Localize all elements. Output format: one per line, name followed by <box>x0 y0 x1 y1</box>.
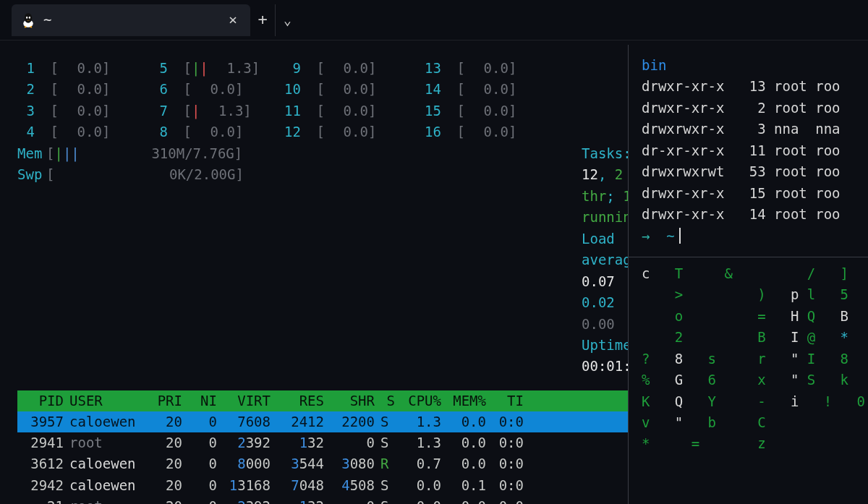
cpu-meter: 5 [||1.3] <box>150 58 281 79</box>
ls-line: drwxrwxr-x 3 nna nna <box>642 119 868 140</box>
table-row[interactable]: 2942caloewen2001316870484508S0.00.10:0 <box>17 475 628 496</box>
shell-prompt[interactable]: → ~ <box>642 226 868 247</box>
workspace: 1 [0.0]5 [||1.3]9 [0.0]13 [0.0]2 [0.0]6 … <box>0 40 868 504</box>
ls-line: drwxr-xr-x 14 root roo <box>642 204 868 225</box>
cpu-meter: 15 [0.0] <box>424 101 561 121</box>
ls-header: bin <box>642 55 868 76</box>
cpu-meter: 14 [0.0] <box>424 79 561 100</box>
matrix-pane: c T & / ] > ) p l 5 o = H Q B J 2 B I @ … <box>642 263 868 455</box>
terminal-tab[interactable]: ~ × <box>12 4 250 36</box>
cpu-meter: 13 [0.0] <box>424 58 561 79</box>
mem-bars: ||| <box>54 145 79 161</box>
right-pane[interactable]: bin drwxr-xr-x 13 root roodrwxr-xr-x 2 r… <box>629 40 868 504</box>
table-row[interactable]: 3612caloewen200800035443080R0.70.00:0 <box>17 453 628 474</box>
uptime-label: Uptime: <box>582 337 628 353</box>
column-header[interactable]: RES <box>272 390 326 411</box>
cpu-meter: 12 [0.0] <box>284 121 421 142</box>
ls-output: drwxr-xr-x 13 root roodrwxr-xr-x 2 root … <box>642 76 868 225</box>
loadavg-label: Load average: <box>582 231 628 268</box>
cpu-meter: 9 [0.0] <box>284 58 421 79</box>
column-header[interactable]: MEM% <box>443 390 488 411</box>
mem-value: 310M/7.76G <box>80 143 234 164</box>
column-header[interactable]: SHR <box>326 390 376 411</box>
cpu-meter: 4 [0.0] <box>17 121 148 142</box>
ls-line: drwxr-xr-x 13 root roo <box>642 76 868 97</box>
ls-line: dr-xr-xr-x 11 root roo <box>642 140 868 161</box>
svg-point-2 <box>26 16 27 18</box>
column-header[interactable]: TI <box>488 390 525 411</box>
tab-title: ~ <box>43 9 51 30</box>
swap-label: Swp <box>17 164 46 185</box>
column-header[interactable]: S <box>376 390 396 411</box>
cpu-meter: 16 [0.0] <box>424 121 561 142</box>
column-header[interactable]: PID <box>17 390 65 411</box>
ls-line: drwxr-xr-x 15 root roo <box>642 183 868 204</box>
svg-point-3 <box>29 16 30 18</box>
cursor <box>679 228 681 244</box>
ls-line: drwxr-xr-x 2 root roo <box>642 98 868 119</box>
process-table[interactable]: PIDUSERPRINIVIRTRESSHRSCPU%MEM%TI 3957ca… <box>17 390 628 504</box>
cpu-meter: 3 [0.0] <box>17 101 148 121</box>
tasks-label: Tasks: <box>582 145 628 161</box>
cpu-meter: 11 [0.0] <box>284 101 421 121</box>
column-header[interactable]: VIRT <box>218 390 272 411</box>
column-header[interactable]: USER <box>65 390 140 411</box>
table-header: PIDUSERPRINIVIRTRESSHRSCPU%MEM%TI <box>17 390 628 411</box>
cpu-meter: 2 [0.0] <box>17 79 148 100</box>
cpu-meter: 10 [0.0] <box>284 79 421 100</box>
cpu-meter: 1 [0.0] <box>17 58 148 79</box>
cpu-meter: 8 [0.0] <box>150 121 281 142</box>
cpu-meter: 6 [0.0] <box>150 79 281 100</box>
tab-dropdown-button[interactable]: ⌄ <box>275 4 299 36</box>
cpu-meters: 1 [0.0]5 [||1.3]9 [0.0]13 [0.0]2 [0.0]6 … <box>17 58 561 143</box>
table-row[interactable]: 2941root20023921320S1.30.00:0 <box>17 432 628 453</box>
table-row[interactable]: 3957caloewen200760824122200S1.30.00:0 <box>17 411 628 432</box>
mem-label: Mem <box>17 143 46 164</box>
htop-pane[interactable]: 1 [0.0]5 [||1.3]9 [0.0]13 [0.0]2 [0.0]6 … <box>0 40 628 504</box>
column-header[interactable]: PRI <box>140 390 184 411</box>
column-header[interactable]: CPU% <box>396 390 443 411</box>
window-titlebar: ~ × + ⌄ <box>0 0 868 40</box>
ls-line: drwxrwxrwt 53 root roo <box>642 161 868 182</box>
cpu-meter: 7 [|1.3] <box>150 101 281 121</box>
svg-point-1 <box>25 13 33 23</box>
swap-value: 0K/2.00G <box>54 164 235 185</box>
table-row[interactable]: 21root20023921320S0.00.00:0 <box>17 496 628 504</box>
htop-summary: Tasks: 12, 2 thr; 1 running Load average… <box>582 143 628 377</box>
close-icon[interactable]: × <box>229 9 237 31</box>
column-header[interactable]: NI <box>184 390 218 411</box>
horizontal-separator <box>629 257 868 257</box>
tux-icon <box>22 12 35 28</box>
new-tab-button[interactable]: + <box>250 4 275 36</box>
